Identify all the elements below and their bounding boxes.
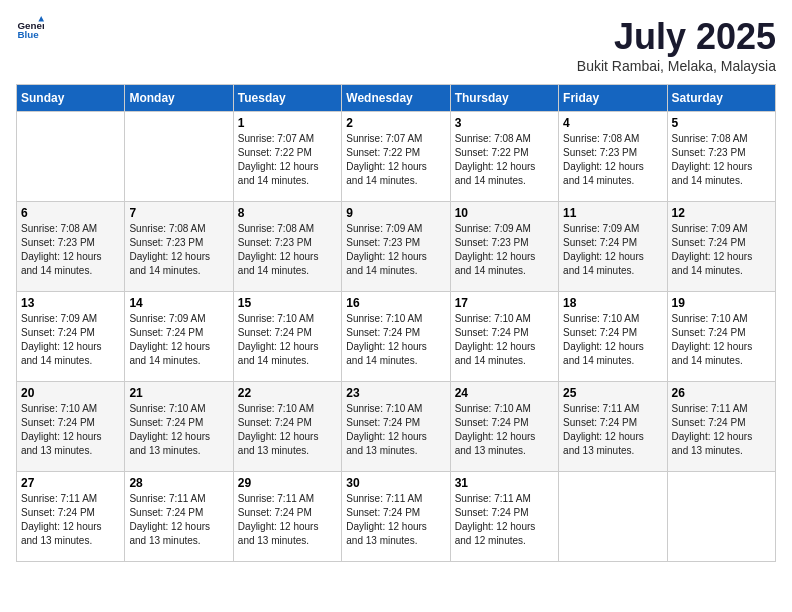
weekday-header-row: SundayMondayTuesdayWednesdayThursdayFrid… — [17, 85, 776, 112]
day-number: 2 — [346, 116, 445, 130]
cell-info: Sunrise: 7:10 AM Sunset: 7:24 PM Dayligh… — [129, 402, 228, 458]
month-title: July 2025 — [577, 16, 776, 58]
day-number: 30 — [346, 476, 445, 490]
cell-info: Sunrise: 7:11 AM Sunset: 7:24 PM Dayligh… — [563, 402, 662, 458]
day-number: 23 — [346, 386, 445, 400]
cell-info: Sunrise: 7:09 AM Sunset: 7:24 PM Dayligh… — [563, 222, 662, 278]
day-number: 7 — [129, 206, 228, 220]
day-number: 8 — [238, 206, 337, 220]
calendar-cell: 25Sunrise: 7:11 AM Sunset: 7:24 PM Dayli… — [559, 382, 667, 472]
day-number: 25 — [563, 386, 662, 400]
calendar-cell: 4Sunrise: 7:08 AM Sunset: 7:23 PM Daylig… — [559, 112, 667, 202]
calendar-week-row: 1Sunrise: 7:07 AM Sunset: 7:22 PM Daylig… — [17, 112, 776, 202]
day-number: 17 — [455, 296, 554, 310]
weekday-header-friday: Friday — [559, 85, 667, 112]
calendar-cell: 19Sunrise: 7:10 AM Sunset: 7:24 PM Dayli… — [667, 292, 775, 382]
calendar-cell: 14Sunrise: 7:09 AM Sunset: 7:24 PM Dayli… — [125, 292, 233, 382]
cell-info: Sunrise: 7:11 AM Sunset: 7:24 PM Dayligh… — [455, 492, 554, 548]
calendar-cell: 21Sunrise: 7:10 AM Sunset: 7:24 PM Dayli… — [125, 382, 233, 472]
logo: General Blue — [16, 16, 44, 44]
svg-text:Blue: Blue — [17, 29, 39, 40]
calendar-cell: 20Sunrise: 7:10 AM Sunset: 7:24 PM Dayli… — [17, 382, 125, 472]
day-number: 18 — [563, 296, 662, 310]
cell-info: Sunrise: 7:09 AM Sunset: 7:24 PM Dayligh… — [21, 312, 120, 368]
weekday-header-wednesday: Wednesday — [342, 85, 450, 112]
calendar-cell: 17Sunrise: 7:10 AM Sunset: 7:24 PM Dayli… — [450, 292, 558, 382]
calendar-cell: 5Sunrise: 7:08 AM Sunset: 7:23 PM Daylig… — [667, 112, 775, 202]
cell-info: Sunrise: 7:11 AM Sunset: 7:24 PM Dayligh… — [346, 492, 445, 548]
cell-info: Sunrise: 7:11 AM Sunset: 7:24 PM Dayligh… — [21, 492, 120, 548]
calendar-cell — [125, 112, 233, 202]
calendar-week-row: 6Sunrise: 7:08 AM Sunset: 7:23 PM Daylig… — [17, 202, 776, 292]
calendar-cell: 24Sunrise: 7:10 AM Sunset: 7:24 PM Dayli… — [450, 382, 558, 472]
calendar-cell: 16Sunrise: 7:10 AM Sunset: 7:24 PM Dayli… — [342, 292, 450, 382]
calendar-cell: 8Sunrise: 7:08 AM Sunset: 7:23 PM Daylig… — [233, 202, 341, 292]
calendar-cell: 11Sunrise: 7:09 AM Sunset: 7:24 PM Dayli… — [559, 202, 667, 292]
title-area: July 2025 Bukit Rambai, Melaka, Malaysia — [577, 16, 776, 74]
cell-info: Sunrise: 7:09 AM Sunset: 7:24 PM Dayligh… — [129, 312, 228, 368]
calendar-cell: 26Sunrise: 7:11 AM Sunset: 7:24 PM Dayli… — [667, 382, 775, 472]
cell-info: Sunrise: 7:10 AM Sunset: 7:24 PM Dayligh… — [238, 312, 337, 368]
cell-info: Sunrise: 7:10 AM Sunset: 7:24 PM Dayligh… — [346, 402, 445, 458]
calendar-cell — [667, 472, 775, 562]
calendar-cell: 1Sunrise: 7:07 AM Sunset: 7:22 PM Daylig… — [233, 112, 341, 202]
calendar-table: SundayMondayTuesdayWednesdayThursdayFrid… — [16, 84, 776, 562]
cell-info: Sunrise: 7:08 AM Sunset: 7:23 PM Dayligh… — [21, 222, 120, 278]
day-number: 20 — [21, 386, 120, 400]
calendar-cell: 18Sunrise: 7:10 AM Sunset: 7:24 PM Dayli… — [559, 292, 667, 382]
calendar-cell: 7Sunrise: 7:08 AM Sunset: 7:23 PM Daylig… — [125, 202, 233, 292]
page-header: General Blue July 2025 Bukit Rambai, Mel… — [16, 16, 776, 74]
calendar-cell: 10Sunrise: 7:09 AM Sunset: 7:23 PM Dayli… — [450, 202, 558, 292]
cell-info: Sunrise: 7:09 AM Sunset: 7:23 PM Dayligh… — [346, 222, 445, 278]
calendar-cell: 2Sunrise: 7:07 AM Sunset: 7:22 PM Daylig… — [342, 112, 450, 202]
cell-info: Sunrise: 7:10 AM Sunset: 7:24 PM Dayligh… — [21, 402, 120, 458]
calendar-cell: 30Sunrise: 7:11 AM Sunset: 7:24 PM Dayli… — [342, 472, 450, 562]
cell-info: Sunrise: 7:11 AM Sunset: 7:24 PM Dayligh… — [129, 492, 228, 548]
cell-info: Sunrise: 7:08 AM Sunset: 7:22 PM Dayligh… — [455, 132, 554, 188]
day-number: 21 — [129, 386, 228, 400]
day-number: 22 — [238, 386, 337, 400]
calendar-week-row: 27Sunrise: 7:11 AM Sunset: 7:24 PM Dayli… — [17, 472, 776, 562]
weekday-header-sunday: Sunday — [17, 85, 125, 112]
day-number: 15 — [238, 296, 337, 310]
day-number: 1 — [238, 116, 337, 130]
cell-info: Sunrise: 7:07 AM Sunset: 7:22 PM Dayligh… — [346, 132, 445, 188]
calendar-cell: 6Sunrise: 7:08 AM Sunset: 7:23 PM Daylig… — [17, 202, 125, 292]
cell-info: Sunrise: 7:08 AM Sunset: 7:23 PM Dayligh… — [672, 132, 771, 188]
day-number: 28 — [129, 476, 228, 490]
cell-info: Sunrise: 7:09 AM Sunset: 7:24 PM Dayligh… — [672, 222, 771, 278]
day-number: 4 — [563, 116, 662, 130]
calendar-cell — [17, 112, 125, 202]
calendar-cell: 12Sunrise: 7:09 AM Sunset: 7:24 PM Dayli… — [667, 202, 775, 292]
calendar-cell: 23Sunrise: 7:10 AM Sunset: 7:24 PM Dayli… — [342, 382, 450, 472]
day-number: 5 — [672, 116, 771, 130]
cell-info: Sunrise: 7:11 AM Sunset: 7:24 PM Dayligh… — [238, 492, 337, 548]
day-number: 12 — [672, 206, 771, 220]
calendar-cell: 27Sunrise: 7:11 AM Sunset: 7:24 PM Dayli… — [17, 472, 125, 562]
calendar-cell: 15Sunrise: 7:10 AM Sunset: 7:24 PM Dayli… — [233, 292, 341, 382]
day-number: 19 — [672, 296, 771, 310]
day-number: 31 — [455, 476, 554, 490]
cell-info: Sunrise: 7:07 AM Sunset: 7:22 PM Dayligh… — [238, 132, 337, 188]
cell-info: Sunrise: 7:11 AM Sunset: 7:24 PM Dayligh… — [672, 402, 771, 458]
day-number: 9 — [346, 206, 445, 220]
logo-icon: General Blue — [16, 16, 44, 44]
day-number: 27 — [21, 476, 120, 490]
cell-info: Sunrise: 7:08 AM Sunset: 7:23 PM Dayligh… — [563, 132, 662, 188]
weekday-header-thursday: Thursday — [450, 85, 558, 112]
calendar-week-row: 13Sunrise: 7:09 AM Sunset: 7:24 PM Dayli… — [17, 292, 776, 382]
cell-info: Sunrise: 7:08 AM Sunset: 7:23 PM Dayligh… — [129, 222, 228, 278]
calendar-cell: 31Sunrise: 7:11 AM Sunset: 7:24 PM Dayli… — [450, 472, 558, 562]
calendar-cell: 3Sunrise: 7:08 AM Sunset: 7:22 PM Daylig… — [450, 112, 558, 202]
day-number: 11 — [563, 206, 662, 220]
day-number: 13 — [21, 296, 120, 310]
cell-info: Sunrise: 7:10 AM Sunset: 7:24 PM Dayligh… — [563, 312, 662, 368]
calendar-cell: 13Sunrise: 7:09 AM Sunset: 7:24 PM Dayli… — [17, 292, 125, 382]
day-number: 26 — [672, 386, 771, 400]
day-number: 14 — [129, 296, 228, 310]
weekday-header-saturday: Saturday — [667, 85, 775, 112]
day-number: 29 — [238, 476, 337, 490]
calendar-cell: 22Sunrise: 7:10 AM Sunset: 7:24 PM Dayli… — [233, 382, 341, 472]
location-subtitle: Bukit Rambai, Melaka, Malaysia — [577, 58, 776, 74]
day-number: 16 — [346, 296, 445, 310]
